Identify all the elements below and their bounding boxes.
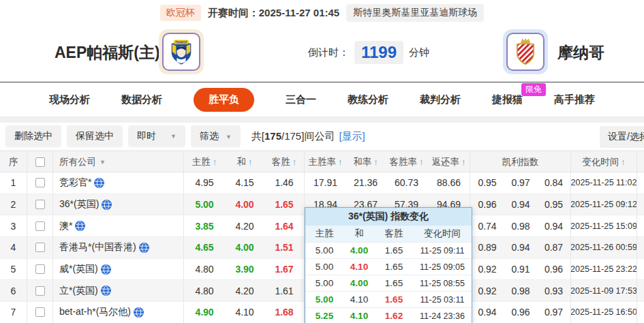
change-time-cell: 2025-11-25 23:22 [571, 259, 637, 280]
draw-odds-cell[interactable]: 4.00 [225, 194, 264, 215]
draw-odds-cell[interactable]: 4.20 [225, 215, 264, 236]
header-home-odds[interactable]: 主胜↑ [184, 152, 225, 172]
home-odds-cell[interactable]: 4.80 [184, 280, 225, 301]
chevron-down-icon: ▼ [170, 133, 177, 140]
header-change-time[interactable]: 变化时间↑ [571, 152, 637, 172]
header-draw-odds[interactable]: 和↑ [225, 152, 264, 172]
nav-tab[interactable]: 教练分析 [348, 93, 388, 106]
keep-selected-button[interactable]: 保留选中 [67, 125, 123, 147]
company-count: 共[175/175]间公司 [251, 130, 335, 143]
popup-draw-odds: 4.10 [343, 259, 375, 275]
row-stub [637, 215, 644, 236]
row-checkbox[interactable] [27, 215, 53, 236]
home-odds-cell[interactable]: 4.95 [184, 172, 225, 194]
nav-tab[interactable]: 捷报猫 限免 [492, 93, 523, 106]
popup-home-odds: 5.00 [305, 292, 343, 307]
countdown-value: 1199 [354, 41, 403, 64]
company-name[interactable]: 竞彩官* [59, 176, 91, 189]
divider-strip [0, 117, 644, 123]
change-time-cell: 2025-11-25 11:02 [571, 172, 637, 194]
away-odds-cell[interactable]: 1.46 [264, 172, 305, 194]
home-odds-cell[interactable]: 4.65 [184, 237, 225, 258]
away-team-name: 摩纳哥 [557, 42, 604, 63]
nav-tab[interactable]: 三合一 [286, 93, 316, 106]
company-name[interactable]: 威*(英国) [59, 263, 98, 275]
nav-tab[interactable]: 裁判分析 [420, 93, 461, 106]
time-mode-dropdown[interactable]: 即时 ▼ [128, 125, 185, 147]
popup-away-odds: 1.62 [375, 308, 413, 323]
company-name[interactable]: 36*(英国) [59, 198, 99, 211]
header-stub [637, 152, 644, 172]
company-name[interactable]: 立*(英国) [59, 285, 98, 297]
company-cell[interactable]: bet-at-h*(马尔他) [53, 302, 184, 323]
home-team-logo: ΠΑΦΟΣ [159, 29, 204, 74]
away-odds-cell[interactable]: 1.67 [264, 259, 305, 280]
draw-odds-cell[interactable]: 4.00 [225, 237, 264, 258]
company-cell[interactable]: 立*(英国) [53, 280, 184, 301]
home-odds-cell[interactable]: 4.80 [184, 259, 225, 280]
row-stub [637, 280, 644, 301]
company-cell[interactable]: 澳* [53, 215, 184, 236]
nav-tab[interactable]: 现场分析 [49, 93, 90, 106]
popup-draw-odds: 4.10 [343, 292, 375, 307]
home-odds-cell[interactable]: 5.00 [184, 194, 225, 215]
row-checkbox[interactable] [27, 280, 53, 301]
globe-icon [139, 243, 149, 253]
pafos-crest-icon: ΠΑΦΟΣ [166, 37, 196, 67]
row-index: 2 [0, 194, 27, 215]
return-rate-cell: 88.66 [428, 172, 470, 194]
row-checkbox[interactable] [27, 259, 53, 280]
header-checkbox[interactable] [27, 152, 53, 172]
row-stub [637, 237, 644, 258]
globe-icon [94, 178, 104, 188]
countdown: 倒计时： 1199 分钟 [308, 41, 429, 64]
home-rate-cell: 17.91 [305, 172, 346, 194]
kelly-away-cell: 0.93 [537, 280, 571, 301]
home-odds-cell[interactable]: 3.85 [184, 215, 225, 236]
show-link[interactable]: [显示] [339, 130, 365, 143]
company-name[interactable]: 香港马*(中国香港) [59, 241, 136, 253]
header-company[interactable]: 所有公司▼ [53, 152, 184, 172]
draw-odds-cell[interactable]: 4.20 [225, 280, 264, 301]
away-odds-cell[interactable]: 1.61 [264, 280, 305, 301]
away-odds-cell[interactable]: 1.68 [264, 302, 305, 323]
home-odds-cell[interactable]: 4.90 [184, 302, 225, 323]
globe-icon [134, 307, 144, 318]
nav-tab[interactable]: 胜平负 [194, 88, 254, 112]
change-time-cell: 2025-11-25 16:50 [571, 302, 637, 323]
draw-odds-cell[interactable]: 3.90 [225, 259, 264, 280]
nav-tab[interactable]: 高手推荐 [554, 93, 595, 106]
company-cell[interactable]: 香港马*(中国香港) [53, 237, 184, 258]
popup-title: 36*(英国) 指数变化 [305, 208, 472, 226]
company-name[interactable]: bet-at-h*(马尔他) [59, 306, 131, 318]
popup-home-odds: 5.00 [305, 259, 343, 275]
row-checkbox[interactable] [27, 194, 53, 215]
filter-dropdown[interactable]: 筛选 ▼ [191, 125, 241, 147]
company-cell[interactable]: 36*(英国) [53, 194, 184, 215]
row-index: 1 [0, 172, 27, 194]
row-checkbox[interactable] [27, 302, 53, 323]
company-cell[interactable]: 威*(英国) [53, 259, 184, 280]
draw-odds-cell[interactable]: 4.15 [225, 172, 264, 194]
header-away-rate[interactable]: 客胜率↑ [385, 152, 428, 172]
popup-draw-odds: 4.10 [343, 308, 375, 323]
header-away-odds[interactable]: 客胜↑ [264, 152, 305, 172]
header-draw-rate[interactable]: 和率↑ [346, 152, 385, 172]
header-home-rate[interactable]: 主胜率↑ [305, 152, 346, 172]
away-odds-cell[interactable]: 1.51 [264, 237, 305, 258]
popup-away-odds: 1.65 [375, 259, 413, 275]
away-odds-cell[interactable]: 1.64 [264, 215, 305, 236]
delete-selected-button[interactable]: 删除选中 [5, 125, 61, 147]
popup-header-draw: 和 [343, 226, 375, 242]
row-checkbox[interactable] [27, 172, 53, 194]
row-checkbox[interactable] [27, 237, 53, 258]
header-return-rate[interactable]: 返还率↑ [428, 152, 470, 172]
away-odds-cell[interactable]: 1.65 [264, 194, 305, 215]
nav-tab[interactable]: 数据分析 [121, 93, 162, 106]
company-name[interactable]: 澳* [59, 220, 72, 232]
kelly-draw-cell: 0.91 [504, 259, 537, 280]
settings-select-button[interactable]: 设置/选择 [600, 126, 644, 148]
change-time-cell: 2025-11-25 15:09 [571, 215, 637, 236]
draw-odds-cell[interactable]: 4.10 [225, 302, 264, 323]
company-cell[interactable]: 竞彩官* [53, 172, 184, 194]
